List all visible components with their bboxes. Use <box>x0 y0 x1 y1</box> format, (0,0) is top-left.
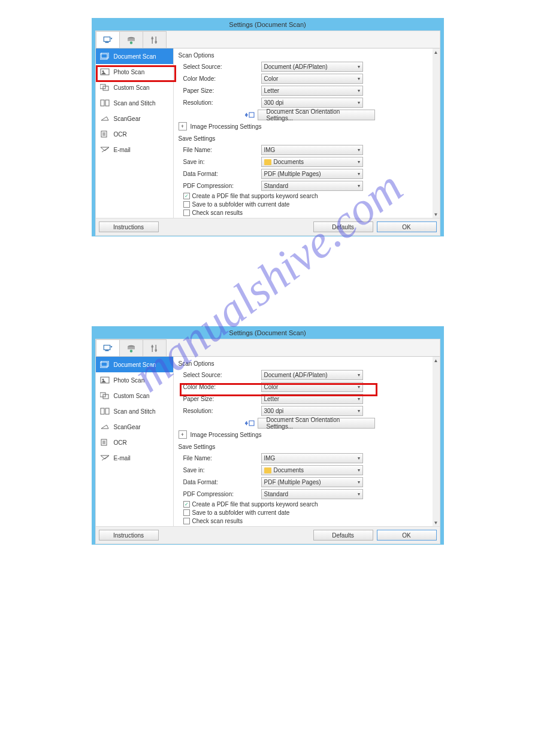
ok-button[interactable]: OK <box>377 530 437 541</box>
scan-options-title: Scan Options <box>179 359 435 368</box>
image-processing-label: Image Processing Settings <box>191 432 262 438</box>
expand-button[interactable]: + <box>179 122 187 130</box>
tab-scan-from-device[interactable] <box>119 31 143 48</box>
checkbox-results-label: Check scan results <box>192 210 243 216</box>
tab-scan-from-pc[interactable] <box>96 339 120 356</box>
ok-button[interactable]: OK <box>377 221 437 232</box>
sidebar-item-photo-scan[interactable]: Photo Scan <box>96 372 173 388</box>
tab-scan-from-device[interactable] <box>119 339 143 356</box>
sidebar-item-document-scan[interactable]: Document Scan <box>96 48 173 64</box>
stitch-icon <box>99 407 110 415</box>
settings-dialog-2: Settings (Document Scan) Document <box>92 326 444 545</box>
sidebar-label: ScanGear <box>114 116 141 122</box>
pdfcomp-label: PDF Compression: <box>183 183 261 189</box>
chevron-down-icon: ▾ <box>358 183 360 189</box>
instructions-button[interactable]: Instructions <box>99 530 159 541</box>
email-icon <box>99 145 110 154</box>
chevron-down-icon: ▾ <box>358 372 360 378</box>
pdfcomp-combo[interactable]: Standard▾ <box>261 181 363 191</box>
tab-tools[interactable] <box>143 31 167 48</box>
sidebar: Document Scan Photo Scan Custom Scan Sca… <box>96 357 174 526</box>
sidebar-item-document-scan[interactable]: Document Scan <box>96 357 173 372</box>
svg-point-8 <box>151 37 153 40</box>
instructions-button[interactable]: Instructions <box>99 221 159 232</box>
orientation-link-icon[interactable] <box>244 419 255 427</box>
orientation-settings-button[interactable]: Document Scan Orientation Settings... <box>258 418 375 429</box>
svg-rect-0 <box>104 37 110 41</box>
photo-scan-icon <box>99 376 110 384</box>
scrollbar[interactable]: ▲ ▼ <box>433 357 440 526</box>
checkbox-keyword-label: Create a PDF file that supports keyword … <box>192 501 318 508</box>
select-source-combo[interactable]: Document (ADF/Platen)▾ <box>261 62 363 72</box>
defaults-button[interactable]: Defaults <box>313 530 373 541</box>
sidebar-label: Photo Scan <box>114 377 145 384</box>
orientation-settings-button[interactable]: Document Scan Orientation Settings... <box>258 110 375 120</box>
sidebar: Document Scan Photo Scan Custom Scan Sca… <box>96 48 174 218</box>
scangear-icon <box>99 423 110 431</box>
checkbox-keyword[interactable]: ✓ <box>183 501 190 508</box>
checkbox-subfolder[interactable] <box>183 509 190 516</box>
scroll-down-icon[interactable]: ▼ <box>433 211 440 218</box>
dataformat-combo[interactable]: PDF (Multiple Pages)▾ <box>261 477 363 487</box>
select-source-combo[interactable]: Document (ADF/Platen)▾ <box>261 370 363 380</box>
checkbox-subfolder[interactable] <box>183 201 190 208</box>
sidebar-item-custom-scan[interactable]: Custom Scan <box>96 80 173 95</box>
sidebar-item-scangear[interactable]: ScanGear <box>96 111 173 126</box>
checkbox-results[interactable] <box>183 210 190 216</box>
sidebar-label: Document Scan <box>114 362 156 368</box>
scroll-up-icon[interactable]: ▲ <box>433 357 440 364</box>
checkbox-subfolder-label: Save to a subfolder with current date <box>192 201 290 208</box>
select-source-label: Select Source: <box>183 63 261 70</box>
sidebar-label: OCR <box>114 131 127 138</box>
paper-size-combo[interactable]: Letter▾ <box>261 394 363 404</box>
checkbox-results-label: Check scan results <box>192 518 243 524</box>
sidebar-item-email[interactable]: E-mail <box>96 142 173 157</box>
sidebar-label: Document Scan <box>114 53 156 60</box>
defaults-button[interactable]: Defaults <box>313 221 373 232</box>
scroll-up-icon[interactable]: ▲ <box>433 48 440 56</box>
sidebar-item-scan-stitch[interactable]: Scan and Stitch <box>96 95 173 111</box>
sidebar-item-email[interactable]: E-mail <box>96 450 173 466</box>
ocr-icon <box>99 438 110 447</box>
savein-combo[interactable]: Documents▾ <box>261 465 363 475</box>
pdfcomp-combo[interactable]: Standard▾ <box>261 489 363 499</box>
savein-combo[interactable]: Documents▾ <box>261 157 363 167</box>
paper-size-combo[interactable]: Letter▾ <box>261 86 363 96</box>
sidebar-item-custom-scan[interactable]: Custom Scan <box>96 388 173 403</box>
dataformat-combo[interactable]: PDF (Multiple Pages)▾ <box>261 169 363 179</box>
custom-scan-icon <box>99 391 110 400</box>
sidebar-label: Scan and Stitch <box>114 100 156 107</box>
checkbox-results[interactable] <box>183 518 190 524</box>
svg-point-38 <box>102 379 104 381</box>
sidebar-item-ocr[interactable]: OCR <box>96 126 173 142</box>
checkbox-subfolder-label: Save to a subfolder with current date <box>192 509 290 516</box>
filename-combo[interactable]: IMG▾ <box>261 453 363 463</box>
sidebar-item-photo-scan[interactable]: Photo Scan <box>96 64 173 80</box>
email-icon <box>99 454 110 462</box>
sidebar-label: ScanGear <box>114 424 141 430</box>
tab-tools[interactable] <box>143 339 167 356</box>
chevron-down-icon: ▾ <box>358 467 360 473</box>
sidebar-item-ocr[interactable]: OCR <box>96 435 173 450</box>
scroll-down-icon[interactable]: ▼ <box>433 519 440 526</box>
resolution-combo[interactable]: 300 dpi▾ <box>261 406 363 416</box>
tab-scan-from-pc[interactable] <box>96 31 120 48</box>
savein-label: Save in: <box>183 159 261 165</box>
sidebar-label: OCR <box>114 439 127 446</box>
color-mode-combo[interactable]: Color▾ <box>261 74 363 84</box>
scrollbar[interactable]: ▲ ▼ <box>433 48 440 218</box>
filename-combo[interactable]: IMG▾ <box>261 145 363 155</box>
chevron-down-icon: ▾ <box>358 396 360 402</box>
orientation-link-icon[interactable] <box>244 111 255 119</box>
scan-options-title: Scan Options <box>179 51 435 60</box>
expand-button[interactable]: + <box>179 430 187 439</box>
svg-rect-24 <box>104 345 110 350</box>
resolution-combo[interactable]: 300 dpi▾ <box>261 98 363 108</box>
sidebar-item-scan-stitch[interactable]: Scan and Stitch <box>96 403 173 419</box>
svg-rect-1 <box>105 42 108 43</box>
color-mode-combo[interactable]: Color▾ <box>261 382 363 392</box>
sidebar-item-scangear[interactable]: ScanGear <box>96 419 173 435</box>
settings-panel: ▲ ▼ Scan Options Select Source: Document… <box>174 48 440 218</box>
checkbox-keyword[interactable]: ✓ <box>183 193 190 199</box>
chevron-down-icon: ▾ <box>358 159 360 165</box>
